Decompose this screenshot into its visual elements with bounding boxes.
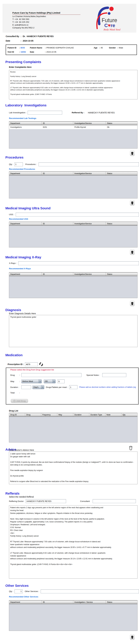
recommended-uss-link[interactable]: Recommended USS bbox=[9, 218, 28, 220]
procedures-input[interactable] bbox=[38, 162, 139, 166]
delete-uss-selection-button[interactable] bbox=[130, 250, 134, 255]
column-header-service: Investigation/Service bbox=[73, 172, 106, 175]
column-header-status: Status bbox=[106, 172, 137, 175]
drug-row: Drug : Special Notes : bbox=[10, 373, 138, 377]
way-select[interactable]: Before Meal ▼ bbox=[21, 380, 42, 383]
duration-input[interactable] bbox=[21, 385, 31, 389]
way-label: Way bbox=[10, 380, 19, 382]
complaints-textarea[interactable]: Review Family history: Lung (breast) can… bbox=[9, 70, 138, 99]
xray-input[interactable] bbox=[18, 261, 139, 265]
lab-table-header: Department ID Investigation/Service Stat… bbox=[9, 122, 137, 125]
laboratory-investigations-title: Laboratory Investigations bbox=[6, 104, 139, 107]
frequency-select[interactable]: OD ▼ bbox=[44, 380, 56, 383]
recommended-procedures-link[interactable]: Recommended Procedures bbox=[9, 168, 35, 170]
refresh-button[interactable] bbox=[39, 362, 43, 366]
other-services-qty-input[interactable] bbox=[14, 590, 22, 593]
reffered-by-label: Reffered By : bbox=[72, 112, 84, 114]
referral-textarea[interactable]: Patient who reports 2 days ago presents … bbox=[9, 505, 138, 578]
procedures-qty-input[interactable] bbox=[14, 162, 23, 166]
consultant-input[interactable] bbox=[93, 499, 136, 503]
prescription-row: Prescription ID : bbox=[8, 362, 139, 366]
patient-id-label: Patient ID bbox=[8, 46, 18, 49]
reffering-doctor-input[interactable] bbox=[26, 499, 66, 503]
delete-other-service-selection-button[interactable] bbox=[130, 634, 134, 640]
uss-label: USS : bbox=[9, 213, 14, 216]
frequency-qty-input[interactable] bbox=[58, 380, 64, 383]
lab-investigation-input[interactable] bbox=[28, 111, 62, 114]
refresh-icon bbox=[39, 362, 43, 366]
prescription-id-input[interactable] bbox=[25, 362, 38, 366]
column-header-department: Department bbox=[9, 600, 42, 604]
advice-label: Enter Doctor's Advice Here bbox=[9, 449, 138, 451]
trash-icon bbox=[131, 152, 134, 155]
way-row: Way : Before Meal ▼ OD ▼ bbox=[10, 380, 138, 383]
advice-title: Advice bbox=[6, 445, 138, 448]
chevron-down-icon: ▼ bbox=[52, 380, 56, 383]
patient-row-1: Patient ID:8035 Patient Name:PRAMOD GOPI… bbox=[8, 46, 136, 49]
delete-xray-selection-button[interactable] bbox=[130, 301, 134, 306]
other-services-input[interactable] bbox=[41, 590, 139, 593]
refferal-select-label: Select the needed Refferal bbox=[9, 496, 139, 498]
reffering-doctor-row: Reffering Doctor Consultant bbox=[9, 499, 139, 503]
delete-lab-selection-button[interactable] bbox=[130, 150, 134, 156]
other-services-actions-row bbox=[9, 634, 138, 640]
column-header-id: ID bbox=[42, 172, 73, 175]
patient-row-2: Visit ID:16092 Date:2024-10-05 bbox=[8, 51, 136, 53]
total-row: Total : bbox=[10, 392, 138, 394]
drug-suggestion-notice: Please select the Drug from Drug suggess… bbox=[10, 368, 138, 371]
duration-label: Duration : bbox=[10, 386, 21, 388]
drug-label: Drug bbox=[10, 374, 19, 376]
delete-procedure-selection-button[interactable] bbox=[130, 200, 134, 206]
advice-textarea[interactable]: 1 table spoon honey with lemon Do gargar… bbox=[9, 452, 138, 484]
company-address: Le Chainter,Victoria,Mahe,Seychelles bbox=[12, 15, 80, 18]
duration-unit-select[interactable]: Day/s ▼ bbox=[32, 385, 44, 389]
company-phone-1: T: +24 82 593 593 bbox=[12, 18, 80, 20]
uss-input[interactable] bbox=[16, 212, 139, 216]
lab-actions-row bbox=[9, 150, 138, 156]
other-services-table-body bbox=[9, 604, 137, 631]
delete-drug-selection-button[interactable] bbox=[128, 445, 133, 451]
visit-id-label: Visit ID bbox=[8, 51, 18, 53]
other-services-title: Other Services bbox=[6, 584, 139, 588]
other-services-table: Department ID Investigation / Service St… bbox=[9, 600, 138, 631]
drug-input[interactable] bbox=[21, 373, 82, 377]
patient-id-value: 8035 bbox=[20, 46, 25, 49]
consult-date-row: Date : 2024-10-05 bbox=[6, 40, 139, 42]
age-label: Age bbox=[94, 46, 98, 49]
logo-graphic: Future C♥re Body Mind Soul bbox=[93, 5, 124, 32]
special-notes-label: Special Notes : bbox=[86, 374, 100, 376]
procedures-input-row: Qty : Procedures : bbox=[9, 162, 139, 166]
trash-icon bbox=[131, 635, 134, 639]
visit-date-value: 2024-10-05 bbox=[46, 51, 56, 53]
svg-text:Body Mind Soul: Body Mind Soul bbox=[104, 28, 120, 31]
procedures-actions-row bbox=[9, 200, 138, 206]
company-name: Future Care by Future Holdings (Pty) Lim… bbox=[12, 12, 80, 15]
diagnosis-textarea[interactable]: Thyroid gland multinodular goiter bbox=[9, 315, 138, 347]
patient-name-label: Patient Name bbox=[30, 46, 44, 49]
patient-info-box: Patient ID:8035 Patient Name:PRAMOD GOPI… bbox=[6, 44, 137, 55]
xray-table-body bbox=[9, 276, 137, 298]
date-value: 2024-10-05 bbox=[23, 40, 34, 42]
column-header-department: Department bbox=[9, 122, 42, 125]
table-row[interactable]: Investigations 6151 Profile thyroid Ok bbox=[9, 125, 137, 129]
gender-value: Male bbox=[119, 46, 123, 49]
column-header-id: ID bbox=[42, 600, 73, 604]
drug-table-body bbox=[9, 417, 137, 442]
gender-label: Gender bbox=[109, 46, 117, 49]
visit-date-label: Date bbox=[30, 51, 44, 53]
per-meal-input[interactable] bbox=[69, 385, 78, 389]
recommended-lab-testings-link[interactable]: Recommended Lab Testings bbox=[9, 117, 36, 120]
recommended-other-services-link[interactable]: Recommended Other Services bbox=[9, 596, 38, 598]
header-band: Future Care by Future Holdings (Pty) Lim… bbox=[2, 4, 136, 32]
procedures-table: Department ID Investigation/Service Stat… bbox=[9, 172, 138, 198]
visit-id-value: 16092 bbox=[20, 51, 26, 53]
column-header-department: Department bbox=[9, 222, 42, 225]
duration-row: Duration : Day/s ▼ Drugs/Tablets per mea… bbox=[10, 385, 138, 389]
procedures-label: Procedures : bbox=[26, 163, 37, 166]
special-notes-input[interactable] bbox=[102, 373, 126, 377]
uss-input-row: USS : bbox=[9, 212, 139, 216]
heart-icon: ♥ bbox=[108, 23, 110, 28]
recommended-xrays-link[interactable]: Recommended X-Rays bbox=[9, 268, 31, 270]
column-header-id: ID bbox=[42, 272, 73, 276]
add-drug-button[interactable]: + Add Drug bbox=[11, 399, 28, 403]
